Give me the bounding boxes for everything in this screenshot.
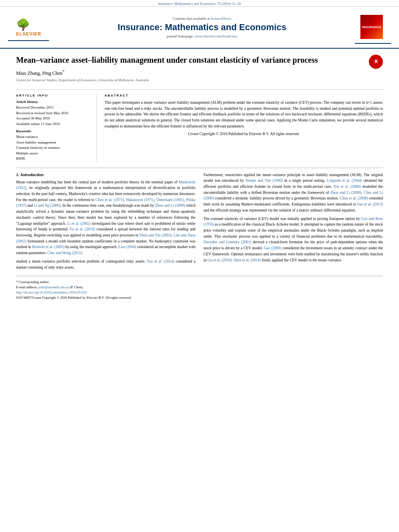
yao-2014-ref[interactable]: Yao et al. (2014)	[147, 259, 174, 263]
article-info-abstract-section: Article Info Article history: Received D…	[16, 89, 383, 162]
fu-ref[interactable]: Fu et al. (2010)	[70, 227, 95, 231]
body-left-col: 1. Introduction Mean–variance modelling …	[16, 172, 195, 273]
keyword-3: Constant elasticity of variance	[16, 145, 90, 151]
cox-ross-ref[interactable]: Cox and Ross (1976)	[204, 217, 383, 227]
keyword-5: BSDE	[16, 156, 90, 162]
article-title-text: Mean–variance asset–liability management…	[16, 55, 363, 86]
article-info-label: Article Info	[16, 94, 90, 97]
abstract-text: This paper investigates a mean–variance …	[105, 100, 383, 129]
elsevier-logo-area: 🌳 ELSEVIER	[8, 14, 49, 41]
homepage-line: journal homepage: www.elsevier.com/locat…	[49, 34, 355, 38]
keyword-2: Asset-liability management	[16, 140, 90, 146]
right-para-1: Furthermore, researchers applied the mea…	[204, 172, 383, 214]
main-content: Mean–variance asset–liability management…	[0, 49, 399, 308]
yao-2013-ref[interactable]: Yao et al. (2013)	[357, 202, 383, 206]
contents-prefix: Contents lists available at	[173, 16, 211, 21]
hakansson-ref[interactable]: Hakansson (1971)	[126, 198, 154, 202]
sharpe-tint-ref[interactable]: Sharpe and Tint (1990)	[245, 179, 282, 183]
xie-ref[interactable]: Xie et al. (2008)	[333, 185, 361, 189]
gu-ref[interactable]: Gu et al. (2010)	[208, 258, 232, 262]
authors: Miao Zhang, Ping Chen*	[16, 69, 363, 76]
body-right-col: Furthermore, researchers applied the mea…	[204, 172, 383, 273]
author-names-text: Miao Zhang, Ping Chen	[16, 70, 62, 76]
journal-header-center: Contents lists available at ScienceDirec…	[49, 16, 355, 38]
right-para-2: The constant elasticity of variance (CEV…	[204, 216, 383, 263]
chen-2008-ref[interactable]: Chen et al. (2008)	[340, 196, 368, 200]
keywords-label: Keywords:	[16, 129, 90, 133]
history-label: Article history:	[16, 100, 90, 104]
zhou-li-ref2[interactable]: Zhou and Li (2000)	[330, 191, 362, 195]
sciencedirect-link[interactable]: ScienceDirect	[211, 16, 231, 21]
journal-reference-bar: Insurance: Mathematics and Economics 70 …	[0, 0, 399, 7]
insurance-logo-area: INSURANCE	[355, 11, 391, 44]
shen-ref[interactable]: Shen et al. (2014)	[234, 258, 261, 262]
email-suffix: (P. Chen).	[69, 285, 84, 289]
available-text: Available online 11 June 2016	[16, 121, 90, 127]
footnote-section: * Corresponding author. E-mail address: …	[16, 279, 383, 300]
abstract-copyright: Crown Copyright © 2016 Published by Else…	[105, 132, 383, 136]
markowitz-ref[interactable]: Markowitz (1952)	[16, 180, 195, 190]
elsevier-wordmark: ELSEVIER	[16, 31, 41, 36]
affiliation: Centre for Actuarial Studies, Department…	[16, 78, 363, 82]
chiu-wong-ref[interactable]: Chiu and Wong (2011)	[47, 251, 82, 255]
intro-heading: 1. Introduction	[16, 172, 195, 177]
doi-link[interactable]: http://dx.doi.org/10.1016/j.insmatheco.2…	[16, 290, 86, 294]
elsevier-tree-icon: 🌳	[16, 18, 30, 31]
footnote-divider	[16, 276, 383, 276]
insurance-logo-box: INSURANCE	[360, 15, 383, 39]
crossmark-area: ✕	[363, 55, 383, 69]
body-two-col: 1. Introduction Mean–variance modelling …	[16, 172, 383, 273]
li-ng-ref[interactable]: Li and Ng (2000)	[34, 203, 60, 207]
gao-ref[interactable]: Gao (2009)	[264, 246, 282, 250]
doi-text: http://dx.doi.org/10.1016/j.insmatheco.2…	[16, 290, 383, 295]
leippold-ref[interactable]: Leippold et al. (2004)	[327, 179, 362, 183]
journal-reference-text: Insurance: Mathematics and Economics 70 …	[158, 2, 241, 6]
ostermark-ref[interactable]: Östermark (1991)	[156, 198, 184, 202]
elsevier-logo: 🌳 ELSEVIER	[16, 18, 41, 36]
accepted-text: Accepted 30 May 2016	[16, 116, 90, 121]
insurance-logo-text: INSURANCE	[362, 25, 381, 29]
article-title: Mean–variance asset–liability management…	[16, 55, 363, 65]
abstract-label: Abstract	[105, 94, 383, 97]
homepage-link[interactable]: www.elsevier.com/locate/ime	[195, 34, 237, 38]
author-star: *	[62, 69, 64, 74]
email-label: E-mail address:	[16, 285, 38, 289]
journal-title: Insurance: Mathematics and Economics	[49, 22, 355, 33]
li-et-al-ref[interactable]: Li et al. (2002)	[67, 222, 90, 226]
intro-para-2: studied a mean–variance portfolio select…	[16, 259, 195, 270]
zhou-yin-ref[interactable]: Zhou and Yin (2003)	[140, 233, 172, 237]
abstract-column: Abstract This paper investigates a mean–…	[105, 94, 383, 162]
davydov-ref[interactable]: Davydov and Linetsky (2001)	[204, 240, 251, 244]
chen-ref[interactable]: Chen et al. (1971)	[95, 198, 124, 202]
received-text: Received December 2015	[16, 105, 90, 111]
revised-text: Received in revised form May 2016	[16, 111, 90, 116]
issn-text: 0167-6687/Crown Copyright © 2016 Publish…	[16, 295, 383, 300]
footnote-email: E-mail address: pche@unimelb.edu.au (P. …	[16, 285, 383, 290]
crossmark-icon: ✕	[369, 55, 383, 69]
keyword-4: Multiple assets	[16, 151, 90, 156]
article-info-column: Article Info Article history: Received D…	[16, 94, 97, 162]
author-names: Miao Zhang, Ping Chen*	[16, 70, 64, 76]
intro-para-1: Mean–variance modelling has been the cen…	[16, 179, 195, 256]
email-link[interactable]: pche@unimelb.edu.au	[38, 285, 69, 289]
lim-ref[interactable]: Lim (2004)	[118, 245, 136, 249]
zhou-li-ref[interactable]: Zhou and Li (2000)	[155, 203, 185, 207]
keyword-1: Mean-variance	[16, 134, 90, 140]
footnote-star: * Corresponding author.	[16, 279, 383, 285]
contents-line: Contents lists available at ScienceDirec…	[49, 16, 355, 21]
journal-header: 🌳 ELSEVIER Contents lists available at S…	[0, 7, 399, 49]
article-title-section: Mean–variance asset–liability management…	[16, 55, 383, 86]
bielecki-ref[interactable]: Bielecki et al. (2005)	[32, 245, 64, 249]
homepage-prefix: journal homepage:	[167, 34, 194, 38]
section-divider	[16, 168, 383, 168]
